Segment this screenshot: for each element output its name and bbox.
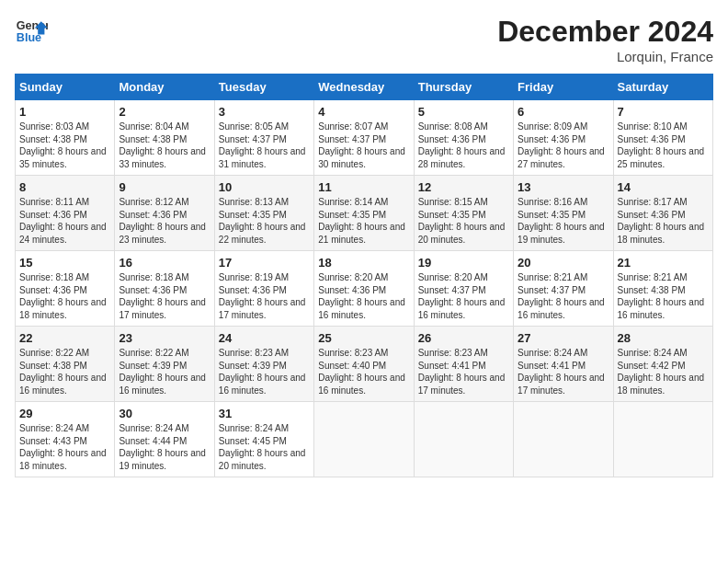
- table-row: 16 Sunrise: 8:18 AMSunset: 4:36 PMDaylig…: [115, 251, 214, 327]
- table-row: 12 Sunrise: 8:15 AMSunset: 4:35 PMDaylig…: [414, 176, 513, 251]
- cell-info: Sunrise: 8:03 AMSunset: 4:38 PMDaylight:…: [19, 121, 110, 170]
- header-row: Sunday Monday Tuesday Wednesday Thursday…: [16, 75, 713, 100]
- calendar-table: Sunday Monday Tuesday Wednesday Thursday…: [15, 74, 713, 477]
- table-row: 20 Sunrise: 8:21 AMSunset: 4:37 PMDaylig…: [514, 251, 613, 327]
- day-number: 30: [119, 407, 210, 420]
- week-row-2: 8 Sunrise: 8:11 AMSunset: 4:36 PMDayligh…: [16, 176, 713, 251]
- day-number: 4: [318, 105, 409, 119]
- table-row: 30 Sunrise: 8:24 AMSunset: 4:44 PMDaylig…: [115, 402, 214, 477]
- cell-info: Sunrise: 8:23 AMSunset: 4:40 PMDaylight:…: [318, 347, 409, 396]
- day-number: 17: [219, 256, 310, 270]
- cell-info: Sunrise: 8:07 AMSunset: 4:37 PMDaylight:…: [318, 121, 409, 170]
- table-row: 29 Sunrise: 8:24 AMSunset: 4:43 PMDaylig…: [16, 402, 115, 477]
- table-row: 7 Sunrise: 8:10 AMSunset: 4:36 PMDayligh…: [613, 100, 712, 176]
- table-row: 15 Sunrise: 8:18 AMSunset: 4:36 PMDaylig…: [16, 251, 115, 327]
- cell-info: Sunrise: 8:21 AMSunset: 4:38 PMDaylight:…: [618, 271, 709, 321]
- cell-info: Sunrise: 8:24 AMSunset: 4:42 PMDaylight:…: [618, 347, 709, 396]
- table-row: 24 Sunrise: 8:23 AMSunset: 4:39 PMDaylig…: [214, 327, 313, 402]
- table-row: [514, 402, 613, 477]
- logo-icon: General Blue: [15, 15, 48, 48]
- table-row: 4 Sunrise: 8:07 AMSunset: 4:37 PMDayligh…: [314, 100, 414, 176]
- table-row: 1 Sunrise: 8:03 AMSunset: 4:38 PMDayligh…: [16, 100, 115, 176]
- cell-info: Sunrise: 8:18 AMSunset: 4:36 PMDaylight:…: [19, 271, 110, 321]
- table-row: [414, 402, 513, 477]
- day-number: 23: [119, 331, 210, 345]
- cell-info: Sunrise: 8:23 AMSunset: 4:39 PMDaylight:…: [219, 347, 310, 396]
- day-number: 25: [318, 331, 409, 345]
- title-block: December 2024 Lorquin, France: [497, 15, 713, 64]
- table-row: 13 Sunrise: 8:16 AMSunset: 4:35 PMDaylig…: [514, 176, 613, 251]
- table-row: [613, 402, 712, 477]
- table-row: 25 Sunrise: 8:23 AMSunset: 4:40 PMDaylig…: [314, 327, 414, 402]
- col-saturday: Saturday: [613, 75, 712, 100]
- cell-info: Sunrise: 8:08 AMSunset: 4:36 PMDaylight:…: [418, 121, 509, 170]
- cell-info: Sunrise: 8:17 AMSunset: 4:36 PMDaylight:…: [618, 196, 709, 246]
- cell-info: Sunrise: 8:23 AMSunset: 4:41 PMDaylight:…: [418, 347, 509, 396]
- day-number: 12: [418, 180, 509, 194]
- table-row: 31 Sunrise: 8:24 AMSunset: 4:45 PMDaylig…: [214, 402, 313, 477]
- week-row-3: 15 Sunrise: 8:18 AMSunset: 4:36 PMDaylig…: [16, 251, 713, 327]
- col-wednesday: Wednesday: [314, 75, 414, 100]
- page-header: General Blue December 2024 Lorquin, Fran…: [15, 15, 713, 64]
- day-number: 29: [19, 407, 110, 420]
- day-number: 13: [518, 180, 609, 194]
- table-row: 17 Sunrise: 8:19 AMSunset: 4:36 PMDaylig…: [214, 251, 313, 327]
- table-row: 8 Sunrise: 8:11 AMSunset: 4:36 PMDayligh…: [16, 176, 115, 251]
- cell-info: Sunrise: 8:15 AMSunset: 4:35 PMDaylight:…: [418, 196, 509, 246]
- cell-info: Sunrise: 8:11 AMSunset: 4:36 PMDaylight:…: [19, 196, 110, 246]
- day-number: 10: [219, 180, 310, 194]
- day-number: 28: [618, 331, 709, 345]
- cell-info: Sunrise: 8:12 AMSunset: 4:36 PMDaylight:…: [119, 196, 210, 246]
- location: Lorquin, France: [497, 49, 713, 64]
- col-tuesday: Tuesday: [214, 75, 313, 100]
- cell-info: Sunrise: 8:24 AMSunset: 4:45 PMDaylight:…: [219, 422, 310, 472]
- table-row: 27 Sunrise: 8:24 AMSunset: 4:41 PMDaylig…: [514, 327, 613, 402]
- table-row: 6 Sunrise: 8:09 AMSunset: 4:36 PMDayligh…: [514, 100, 613, 176]
- col-monday: Monday: [115, 75, 214, 100]
- day-number: 24: [219, 331, 310, 345]
- day-number: 1: [19, 105, 110, 119]
- table-row: 18 Sunrise: 8:20 AMSunset: 4:36 PMDaylig…: [314, 251, 414, 327]
- day-number: 8: [19, 180, 110, 194]
- cell-info: Sunrise: 8:05 AMSunset: 4:37 PMDaylight:…: [219, 121, 310, 170]
- table-row: 5 Sunrise: 8:08 AMSunset: 4:36 PMDayligh…: [414, 100, 513, 176]
- col-thursday: Thursday: [414, 75, 513, 100]
- table-row: 26 Sunrise: 8:23 AMSunset: 4:41 PMDaylig…: [414, 327, 513, 402]
- table-row: 3 Sunrise: 8:05 AMSunset: 4:37 PMDayligh…: [214, 100, 313, 176]
- day-number: 31: [219, 407, 310, 420]
- week-row-1: 1 Sunrise: 8:03 AMSunset: 4:38 PMDayligh…: [16, 100, 713, 176]
- day-number: 3: [219, 105, 310, 119]
- cell-info: Sunrise: 8:24 AMSunset: 4:43 PMDaylight:…: [19, 422, 110, 472]
- table-row: 11 Sunrise: 8:14 AMSunset: 4:35 PMDaylig…: [314, 176, 414, 251]
- week-row-4: 22 Sunrise: 8:22 AMSunset: 4:38 PMDaylig…: [16, 327, 713, 402]
- cell-info: Sunrise: 8:19 AMSunset: 4:36 PMDaylight:…: [219, 271, 310, 321]
- cell-info: Sunrise: 8:24 AMSunset: 4:44 PMDaylight:…: [119, 422, 210, 472]
- week-row-5: 29 Sunrise: 8:24 AMSunset: 4:43 PMDaylig…: [16, 402, 713, 477]
- cell-info: Sunrise: 8:22 AMSunset: 4:38 PMDaylight:…: [19, 347, 110, 396]
- day-number: 11: [318, 180, 409, 194]
- day-number: 15: [19, 256, 110, 270]
- cell-info: Sunrise: 8:18 AMSunset: 4:36 PMDaylight:…: [119, 271, 210, 321]
- table-row: 19 Sunrise: 8:20 AMSunset: 4:37 PMDaylig…: [414, 251, 513, 327]
- day-number: 5: [418, 105, 509, 119]
- cell-info: Sunrise: 8:14 AMSunset: 4:35 PMDaylight:…: [318, 196, 409, 246]
- table-row: 10 Sunrise: 8:13 AMSunset: 4:35 PMDaylig…: [214, 176, 313, 251]
- day-number: 6: [518, 105, 609, 119]
- table-row: 28 Sunrise: 8:24 AMSunset: 4:42 PMDaylig…: [613, 327, 712, 402]
- day-number: 16: [119, 256, 210, 270]
- svg-text:Blue: Blue: [17, 31, 41, 44]
- cell-info: Sunrise: 8:20 AMSunset: 4:36 PMDaylight:…: [318, 271, 409, 321]
- cell-info: Sunrise: 8:13 AMSunset: 4:35 PMDaylight:…: [219, 196, 310, 246]
- day-number: 21: [618, 256, 709, 270]
- col-friday: Friday: [514, 75, 613, 100]
- table-row: 23 Sunrise: 8:22 AMSunset: 4:39 PMDaylig…: [115, 327, 214, 402]
- cell-info: Sunrise: 8:21 AMSunset: 4:37 PMDaylight:…: [518, 271, 609, 321]
- day-number: 18: [318, 256, 409, 270]
- day-number: 2: [119, 105, 210, 119]
- day-number: 19: [418, 256, 509, 270]
- cell-info: Sunrise: 8:10 AMSunset: 4:36 PMDaylight:…: [618, 121, 709, 170]
- cell-info: Sunrise: 8:04 AMSunset: 4:38 PMDaylight:…: [119, 121, 210, 170]
- table-row: [314, 402, 414, 477]
- cell-info: Sunrise: 8:20 AMSunset: 4:37 PMDaylight:…: [418, 271, 509, 321]
- cell-info: Sunrise: 8:09 AMSunset: 4:36 PMDaylight:…: [518, 121, 609, 170]
